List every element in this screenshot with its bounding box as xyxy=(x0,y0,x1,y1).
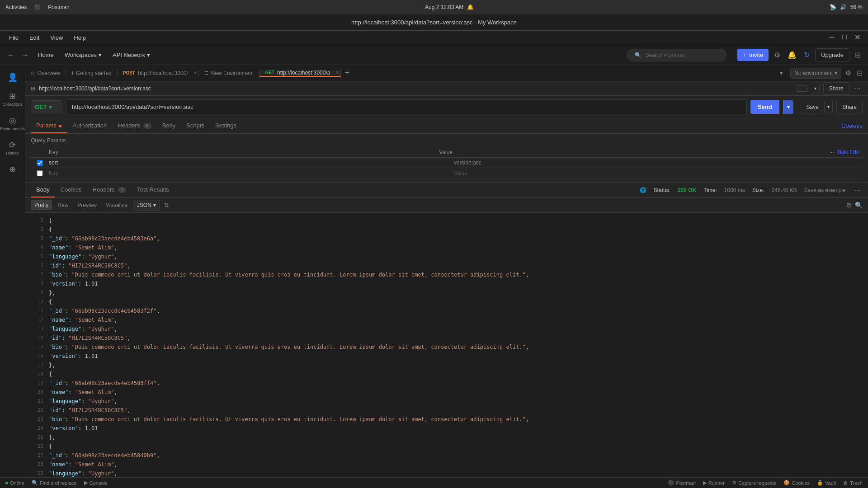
format-pretty-button[interactable]: Pretty xyxy=(31,200,52,210)
json-line: 19 "_id": "66ab98c23aecde4eb4583ff4", xyxy=(25,379,868,388)
tab-headers[interactable]: Headers 6 xyxy=(112,118,156,133)
tab-authorization[interactable]: Authorization xyxy=(67,118,112,133)
tab-getting-started[interactable]: ℹ Getting started xyxy=(66,70,118,76)
response-tab-cookies[interactable]: Cookies xyxy=(55,183,87,197)
vault-button[interactable]: 🔒 Vault xyxy=(817,480,836,486)
save-as-example-button[interactable]: Save as example xyxy=(804,187,846,193)
tab-overview[interactable]: ◎ Overview xyxy=(25,70,66,76)
sidebar-item-collections[interactable]: ⊞ Collections xyxy=(0,88,25,110)
save-request-button[interactable]: Save xyxy=(801,101,825,113)
send-button[interactable]: Send xyxy=(750,100,779,114)
menu-view[interactable]: View xyxy=(47,33,66,43)
user-icon: 👤 xyxy=(8,72,18,82)
json-line: 2 { xyxy=(25,225,868,235)
cookies-button[interactable]: Cookies xyxy=(841,122,863,129)
vault-label: Vault xyxy=(825,480,836,486)
bulk-edit-button[interactable]: Bulk Edit xyxy=(838,149,859,155)
menu-file[interactable]: File xyxy=(5,33,22,43)
json-line: 4 "name": "Semet Alim", xyxy=(25,244,868,253)
format-raw-button[interactable]: Raw xyxy=(54,200,72,210)
settings-icon-button[interactable]: ⚙ xyxy=(772,49,782,61)
method-selector[interactable]: GET ▾ xyxy=(31,100,62,113)
tab-params[interactable]: Params xyxy=(31,118,67,133)
tab-overflow-button[interactable]: ▾ xyxy=(776,70,787,76)
sidebar-item-environments[interactable]: ◎ Environments xyxy=(0,112,25,135)
nav-workspaces-dropdown[interactable]: Workspaces ▾ xyxy=(61,50,105,60)
tab-post-close[interactable]: ✕ xyxy=(193,70,197,75)
share-request-button[interactable]: Share xyxy=(836,101,863,113)
environment-selector[interactable]: No environment ▾ xyxy=(790,68,841,79)
response-tab-headers[interactable]: Headers 7 xyxy=(87,183,132,197)
more-options-icon-button[interactable]: ··· xyxy=(853,83,863,94)
sync-icon-button[interactable]: ↻ xyxy=(802,49,811,61)
collections-icon: ⊞ xyxy=(9,91,16,101)
url-input[interactable] xyxy=(66,99,747,114)
find-replace-button[interactable]: 🔍 Find and replace xyxy=(32,480,77,486)
method-label: GET xyxy=(35,103,47,110)
trash-button[interactable]: 🗑 Trash xyxy=(843,480,863,486)
tab-get-localhost[interactable]: GET http://localhost:3000/a ✕ xyxy=(259,70,341,77)
cookies-manager-button[interactable]: 🍪 Cookies xyxy=(783,480,810,486)
split-view-icon[interactable]: ⊟ xyxy=(855,67,864,79)
search-bar[interactable]: 🔍 Search Postman xyxy=(627,49,726,61)
json-line: 17 }, xyxy=(25,361,868,370)
online-status[interactable]: Online xyxy=(5,480,24,486)
console-button[interactable]: ▶ Console xyxy=(84,480,108,486)
capture-requests-button[interactable]: ⚙ Capture requests xyxy=(732,480,776,486)
get-method-badge: GET xyxy=(265,70,274,75)
format-type-selector[interactable]: JSON ▾ xyxy=(133,200,160,211)
settings-tab-icon[interactable]: ⚙ xyxy=(843,67,853,79)
activities-label[interactable]: Activities xyxy=(5,4,27,10)
upgrade-button[interactable]: Upgrade xyxy=(815,48,849,61)
overview-icon: ◎ xyxy=(31,70,35,75)
response-more-options[interactable]: ··· xyxy=(853,184,863,196)
menu-edit[interactable]: Edit xyxy=(26,33,43,43)
close-button[interactable]: ✕ xyxy=(852,32,863,42)
response-tab-test-results[interactable]: Test Results xyxy=(132,183,175,197)
value-column-header: Value xyxy=(439,149,826,155)
sidebar-item-history[interactable]: ⟳ History xyxy=(0,136,25,159)
param-checkbox-empty[interactable] xyxy=(34,170,45,176)
nav-back-button[interactable]: ← xyxy=(5,49,16,61)
tab-new-environment[interactable]: ☰ New Environment xyxy=(199,70,260,76)
nav-forward-button[interactable]: → xyxy=(20,49,31,61)
search-response-button[interactable]: 🔍 xyxy=(855,202,863,209)
runner-button[interactable]: ▶ Runner xyxy=(703,480,725,486)
share-button[interactable]: Share xyxy=(823,82,849,95)
postman-status[interactable]: ⚫ Postman xyxy=(668,480,695,486)
param-value-empty: Value xyxy=(454,170,855,176)
method-dropdown-icon: ▾ xyxy=(49,103,52,110)
maximize-button[interactable]: □ xyxy=(839,32,850,42)
nav-home-link[interactable]: Home xyxy=(34,50,57,60)
json-line: 21 "language": "Uyghur", xyxy=(25,397,868,406)
notification-bell-icon-button[interactable]: 🔔 xyxy=(786,49,798,61)
json-line: 7 "bio": "Duis commodo orci ut dolor iac… xyxy=(25,271,868,280)
copy-response-button[interactable]: ⧉ xyxy=(847,202,851,209)
menu-help[interactable]: Help xyxy=(70,33,90,43)
add-tab-button[interactable]: + xyxy=(341,68,353,78)
invite-button[interactable]: + Invite xyxy=(737,49,769,61)
window-title: http://localhost:3000/api/data?sort=vers… xyxy=(351,19,517,26)
filter-icon[interactable]: ⇅ xyxy=(164,202,169,209)
minimize-button[interactable]: ─ xyxy=(826,32,837,42)
save-dropdown-button[interactable]: ▾ xyxy=(811,83,820,94)
format-preview-button[interactable]: Preview xyxy=(74,200,100,210)
sidebar-item-user[interactable]: 👤 xyxy=(0,69,25,86)
search-placeholder: Search Postman xyxy=(645,52,685,58)
tab-get-close[interactable]: ✕ xyxy=(335,70,339,75)
sidebar-item-mock[interactable]: ⊕ xyxy=(0,161,25,178)
main-layout: 👤 ⊞ Collections ◎ Environments ⟳ History… xyxy=(0,65,868,477)
save-request-dropdown[interactable]: ▾ xyxy=(825,101,833,113)
send-dropdown-button[interactable]: ▾ xyxy=(783,100,793,114)
expand-icon-button[interactable]: ⊞ xyxy=(853,49,863,61)
response-tab-body[interactable]: Body xyxy=(31,183,55,197)
tab-post-localhost[interactable]: POST http://localhost:3000/ ✕ xyxy=(118,70,199,76)
format-visualize-button[interactable]: Visualize xyxy=(102,200,131,210)
history-icon: ⟳ xyxy=(9,140,16,150)
save-button[interactable] xyxy=(796,85,808,92)
nav-api-network-dropdown[interactable]: API Network ▾ xyxy=(109,50,154,60)
tab-body[interactable]: Body xyxy=(157,118,181,133)
tab-settings[interactable]: Settings xyxy=(210,118,242,133)
param-checkbox-sort[interactable] xyxy=(34,160,45,166)
tab-scripts[interactable]: Scripts xyxy=(181,118,210,133)
